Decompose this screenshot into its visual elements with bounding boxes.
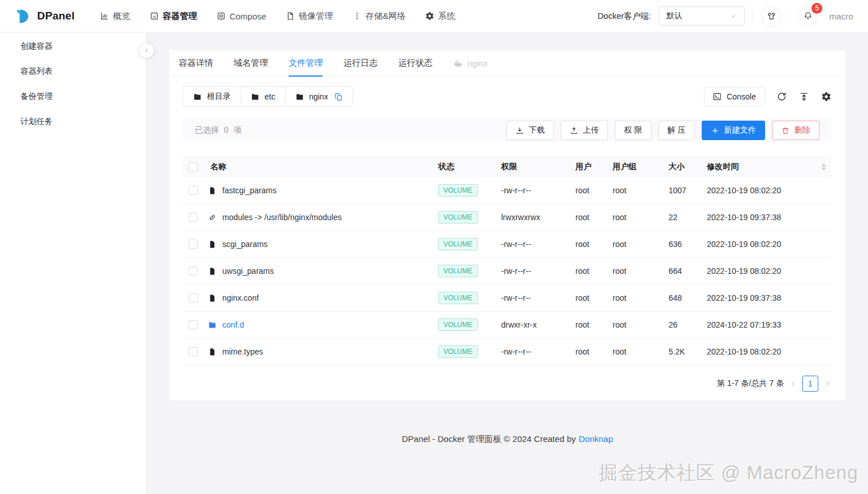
footer: DPanel - Docker 管理面板 © 2024 Created byDo… xyxy=(147,434,868,445)
console-button[interactable]: Console xyxy=(704,87,765,106)
header-checkbox[interactable] xyxy=(189,162,198,172)
file-name[interactable]: fastcgi_params xyxy=(222,186,277,195)
sidebar-item-container-list[interactable]: 容器列表 xyxy=(0,59,146,84)
row-checkbox[interactable] xyxy=(189,320,198,329)
row-checkbox[interactable] xyxy=(189,186,198,195)
modified-cell: 2022-10-19 08:02:20 xyxy=(700,347,831,356)
permission-cell: -rw-r--r-- xyxy=(494,293,569,302)
tab-run-logs-label: 运行日志 xyxy=(343,58,378,69)
breadcrumb-nginx[interactable]: nginx xyxy=(285,87,353,106)
status-cell: VOLUME xyxy=(431,238,494,250)
brand[interactable]: DPanel xyxy=(15,7,75,25)
row-checkbox[interactable] xyxy=(189,266,198,276)
delete-button[interactable]: 删除 xyxy=(772,121,819,140)
refresh-icon xyxy=(777,91,787,102)
size-cell: 1007 xyxy=(662,186,700,195)
pagination-next-button[interactable] xyxy=(823,380,831,388)
size-cell: 22 xyxy=(662,213,700,222)
nav-item-system[interactable]: 系统 xyxy=(425,11,455,22)
file-name-cell: fastcgi_params xyxy=(203,186,431,195)
nav-item-storage-network[interactable]: 存储&网络 xyxy=(353,11,406,22)
sidebar-item-backup-management[interactable]: 备份管理 xyxy=(0,84,146,109)
row-checkbox[interactable] xyxy=(189,293,198,302)
group-cell: root xyxy=(606,347,662,356)
upload-button[interactable]: 上传 xyxy=(561,121,608,140)
nav-item-compose[interactable]: Compose xyxy=(217,11,266,22)
tab-run-logs[interactable]: 运行日志 xyxy=(343,50,378,76)
sidebar-collapse-button[interactable] xyxy=(139,43,154,58)
refresh-button[interactable] xyxy=(777,91,787,102)
chevron-down-icon xyxy=(730,13,737,20)
console-button-label: Console xyxy=(727,92,756,101)
expand-icon xyxy=(799,91,809,102)
tabs: 容器详情域名管理文件管理运行日志运行状态nginx xyxy=(169,50,845,77)
group-cell: root xyxy=(606,213,662,222)
file-name[interactable]: uwsgi_params xyxy=(222,266,274,276)
modified-cell: 2022-10-19 09:37:38 xyxy=(700,213,831,222)
row-checkbox[interactable] xyxy=(189,347,198,356)
tab-file-management[interactable]: 文件管理 xyxy=(289,50,323,76)
download-button[interactable]: 下载 xyxy=(506,121,554,140)
divider xyxy=(753,12,753,21)
upload-button-label: 上传 xyxy=(583,125,599,136)
file-name[interactable]: modules -> /usr/lib/nginx/modules xyxy=(222,213,342,222)
trash-icon xyxy=(781,126,790,135)
tab-file-management-label: 文件管理 xyxy=(289,58,323,69)
file-name[interactable]: nginx.conf xyxy=(222,293,259,302)
nav-item-overview[interactable]: 概览 xyxy=(100,11,130,22)
docker-whale-icon xyxy=(453,58,463,68)
status-cell: VOLUME xyxy=(431,265,494,277)
new-file-button[interactable]: 新建文件 xyxy=(702,121,765,140)
sort-toggle[interactable] xyxy=(821,164,826,170)
table-row: uwsgi_paramsVOLUME-rw-r--r--rootroot6642… xyxy=(183,258,831,285)
breadcrumb-root-label: 根目录 xyxy=(207,91,231,102)
header-checkbox-cell xyxy=(183,162,203,172)
file-name[interactable]: scgi_params xyxy=(222,240,267,249)
file-icon xyxy=(208,240,217,249)
pagination-prev-button[interactable] xyxy=(789,380,797,388)
expand-button[interactable] xyxy=(799,91,809,102)
settings-button[interactable] xyxy=(821,91,831,102)
footer-link[interactable]: Donknap xyxy=(579,434,613,444)
file-icon xyxy=(208,348,217,356)
pagination-page-button[interactable]: 1 xyxy=(802,376,818,392)
status-badge: VOLUME xyxy=(438,318,478,331)
row-checkbox-cell xyxy=(183,293,203,302)
column-header-label: 大小 xyxy=(669,162,685,171)
sidebar-item-scheduled-tasks[interactable]: 计划任务 xyxy=(0,109,146,134)
tshirt-icon xyxy=(767,11,776,21)
folder-icon xyxy=(193,93,202,101)
watermark: 掘金技术社区 @ MacroZheng xyxy=(599,460,858,486)
file-name-cell: modules -> /usr/lib/nginx/modules xyxy=(203,213,431,222)
table-header: 名称状态权限用户用户组大小修改时间 xyxy=(183,156,831,177)
notifications-button[interactable]: 5 xyxy=(798,6,818,26)
docker-client-select[interactable]: 默认 xyxy=(659,6,745,26)
row-checkbox[interactable] xyxy=(189,240,198,249)
selected-count: 0 xyxy=(224,125,229,136)
modified-cell: 2022-10-19 08:02:20 xyxy=(700,186,831,195)
nav-item-containers[interactable]: 容器管理 xyxy=(150,11,197,22)
docker-client-value: 默认 xyxy=(666,11,682,21)
permission-button[interactable]: 权 限 xyxy=(615,121,651,140)
unzip-button[interactable]: 解 压 xyxy=(658,121,695,140)
breadcrumb: 根目录etcnginx xyxy=(183,86,353,107)
row-checkbox-cell xyxy=(183,213,203,222)
tab-domain-management[interactable]: 域名管理 xyxy=(234,50,268,76)
dpanel-logo-icon xyxy=(15,7,32,25)
table-body: fastcgi_paramsVOLUME-rw-r--r--rootroot10… xyxy=(183,177,831,365)
tab-run-status[interactable]: 运行状态 xyxy=(398,50,433,76)
sidebar-item-create-container[interactable]: 创建容器 xyxy=(0,34,146,59)
breadcrumb-etc-label: etc xyxy=(265,92,275,101)
theme-button[interactable] xyxy=(761,6,781,26)
nav-item-images[interactable]: 镜像管理 xyxy=(286,11,333,22)
tab-container-detail[interactable]: 容器详情 xyxy=(179,50,213,76)
status-badge: VOLUME xyxy=(438,211,478,224)
modified-cell: 2022-10-19 09:37:38 xyxy=(700,293,831,302)
file-name[interactable]: mime.types xyxy=(222,347,263,356)
file-name[interactable]: conf.d xyxy=(222,320,244,329)
breadcrumb-etc[interactable]: etc xyxy=(241,87,285,106)
breadcrumb-root[interactable]: 根目录 xyxy=(183,87,241,106)
row-checkbox[interactable] xyxy=(189,213,198,222)
content-card: 容器详情域名管理文件管理运行日志运行状态nginx 根目录etcnginx Co… xyxy=(169,50,845,400)
status-cell: VOLUME xyxy=(431,292,494,304)
